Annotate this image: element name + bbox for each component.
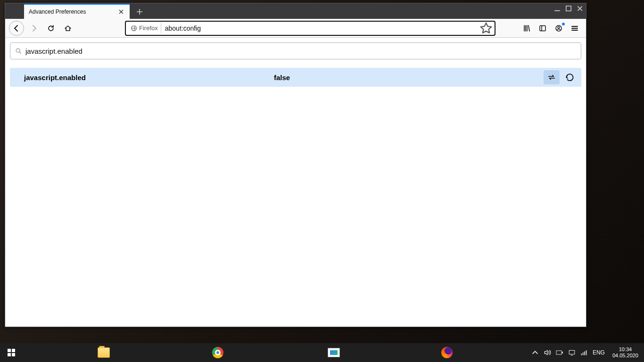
tray-network[interactable] xyxy=(568,349,576,356)
chevron-up-icon xyxy=(531,349,539,356)
maximize-button[interactable] xyxy=(565,5,572,12)
windows-logo-icon xyxy=(7,348,16,357)
library-icon xyxy=(523,25,530,32)
taskbar-chrome[interactable] xyxy=(206,343,229,362)
tray-date: 04.05.2020 xyxy=(612,353,638,359)
toggle-arrows-icon xyxy=(547,73,556,82)
tab-title: Advanced Preferences xyxy=(29,8,86,15)
pref-actions xyxy=(544,70,581,84)
close-tab-button[interactable] xyxy=(117,8,125,16)
notification-dot-icon xyxy=(562,23,565,25)
minimize-icon xyxy=(554,5,561,12)
close-icon xyxy=(577,5,583,12)
tab-strip: Advanced Preferences xyxy=(5,3,586,19)
window-controls xyxy=(554,5,583,12)
star-icon xyxy=(479,22,493,35)
svg-rect-6 xyxy=(8,349,11,352)
forward-button[interactable] xyxy=(27,21,41,35)
library-button[interactable] xyxy=(519,21,534,35)
navigation-toolbar: Firefox xyxy=(5,19,586,38)
account-button[interactable] xyxy=(551,21,566,35)
tray-wifi[interactable] xyxy=(580,349,588,356)
firefox-icon xyxy=(441,347,453,358)
arrow-left-icon xyxy=(13,25,20,32)
plus-icon xyxy=(136,8,143,15)
app-menu-button[interactable] xyxy=(567,21,582,35)
system-tray: ENG 10:34 04.05.2020 xyxy=(528,346,644,358)
battery-icon xyxy=(556,350,563,355)
url-bar[interactable]: Firefox xyxy=(125,21,495,36)
tray-language[interactable]: ENG xyxy=(593,349,605,356)
sidebar-icon xyxy=(539,25,546,32)
windows-taskbar: ENG 10:34 04.05.2020 xyxy=(0,343,644,362)
svg-rect-9 xyxy=(12,353,15,356)
arrow-right-icon xyxy=(30,25,38,32)
pref-row-javascript-enabled[interactable]: javascript.enabled false xyxy=(10,68,581,87)
tray-volume[interactable] xyxy=(544,349,551,356)
firefox-brand-icon xyxy=(131,25,137,32)
svg-rect-2 xyxy=(540,25,545,31)
tray-time: 10:34 xyxy=(612,346,638,353)
search-icon xyxy=(15,48,22,54)
new-tab-button[interactable] xyxy=(132,5,147,19)
svg-rect-12 xyxy=(569,350,574,354)
home-button[interactable] xyxy=(61,21,75,35)
taskbar-monitor-app[interactable] xyxy=(322,343,345,362)
svg-rect-10 xyxy=(556,351,561,354)
tray-clock[interactable]: 10:34 04.05.2020 xyxy=(610,346,641,358)
svg-rect-0 xyxy=(566,6,571,11)
close-window-button[interactable] xyxy=(577,5,583,12)
chart-app-icon xyxy=(328,348,340,357)
pref-name: javascript.enabled xyxy=(10,74,274,82)
maximize-icon xyxy=(565,5,572,12)
page-content: javascript.enabled false xyxy=(5,38,586,327)
pref-toggle-button[interactable] xyxy=(544,70,560,84)
folder-icon xyxy=(98,347,110,358)
svg-point-4 xyxy=(558,26,560,28)
svg-rect-7 xyxy=(12,349,15,352)
bookmark-button[interactable] xyxy=(479,22,493,35)
pref-search-box[interactable] xyxy=(10,42,581,59)
tab-advanced-preferences[interactable]: Advanced Preferences xyxy=(24,4,130,19)
pref-value: false xyxy=(274,74,290,82)
speaker-icon xyxy=(544,349,551,356)
network-icon xyxy=(568,349,576,356)
pref-reset-button[interactable] xyxy=(561,70,578,84)
url-input[interactable] xyxy=(161,25,479,32)
svg-rect-11 xyxy=(562,352,563,354)
identity-box[interactable]: Firefox xyxy=(128,23,161,33)
reload-button[interactable] xyxy=(44,21,58,35)
taskbar-firefox[interactable] xyxy=(436,343,458,362)
minimize-button[interactable] xyxy=(554,5,561,12)
undo-icon xyxy=(565,73,574,82)
identity-label: Firefox xyxy=(139,25,158,32)
pref-search-input[interactable] xyxy=(25,47,576,55)
firefox-window: Advanced Preferences xyxy=(5,3,586,327)
tray-expand-button[interactable] xyxy=(531,349,539,356)
reload-icon xyxy=(47,25,55,32)
wifi-icon xyxy=(580,349,588,356)
close-icon xyxy=(119,9,124,14)
hamburger-icon xyxy=(571,25,578,32)
sidebar-button[interactable] xyxy=(535,21,550,35)
chrome-icon xyxy=(212,347,223,358)
svg-rect-8 xyxy=(8,353,11,356)
start-button[interactable] xyxy=(0,343,23,362)
toolbar-right xyxy=(519,21,582,35)
account-icon xyxy=(555,25,562,32)
back-button[interactable] xyxy=(9,21,24,36)
tray-battery[interactable] xyxy=(556,349,563,356)
taskbar-explorer[interactable] xyxy=(92,343,115,362)
home-icon xyxy=(64,25,72,32)
